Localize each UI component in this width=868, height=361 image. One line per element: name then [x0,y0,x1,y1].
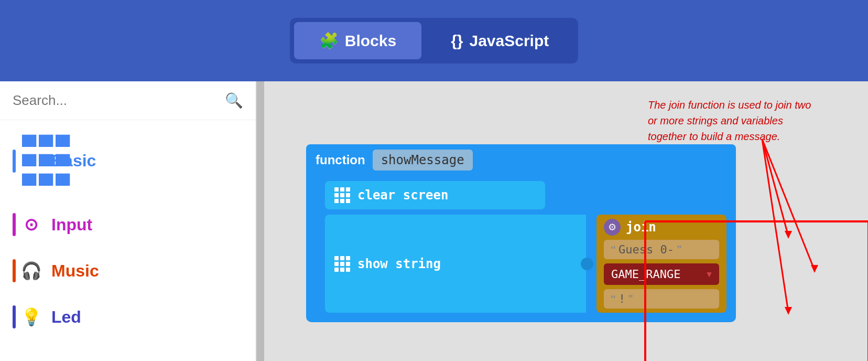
sidebar-item-input-label: Input [51,215,92,235]
dropdown-arrow-icon: ▼ [707,269,712,279]
game-range-value: GAME_RANGE [611,268,680,281]
join-label: join [626,220,656,235]
input-accent-bar [13,213,16,236]
join-string1-value: Guess 0- [619,243,674,256]
blocks-tab-label: Blocks [345,32,396,50]
svg-line-0 [762,139,788,236]
join-string1-chip[interactable]: ❝ Guess 0- ❞ [604,240,719,259]
music-accent-bar [13,259,16,282]
braces-icon: {} [451,32,463,50]
blocks-tab[interactable]: 🧩 Blocks [294,22,421,59]
svg-marker-3 [785,231,792,239]
javascript-tab-label: JavaScript [469,32,549,50]
game-range-dropdown[interactable]: GAME_RANGE ▼ [604,263,719,285]
svg-marker-4 [811,265,818,273]
search-icon[interactable]: 🔍 [225,92,243,109]
sidebar-item-basic[interactable]: ⯀⯀⯀⯀⯀⯀⯀⯀⯀ Basic [0,120,256,201]
function-body: clear screen show string [306,176,736,322]
open-quote-1: ❝ [610,243,616,256]
close-quote-2: ❞ [627,293,634,305]
puzzle-icon: 🧩 [319,31,339,50]
sidebar-items: ⯀⯀⯀⯀⯀⯀⯀⯀⯀ Basic ⊙ Input 🎧 Music 💡 Led [0,120,256,340]
sidebar-item-music[interactable]: 🎧 Music [0,248,256,294]
clear-screen-block[interactable]: clear screen [325,181,545,209]
show-string-grid-icon [334,256,350,272]
sidebar-item-led[interactable]: 💡 Led [0,294,256,340]
show-string-row: show string ⚙ join ❝ Guess 0- [325,215,726,313]
svg-line-2 [762,139,788,312]
headphone-icon: 🎧 [21,261,41,281]
sidebar-item-basic-label: Basic [51,151,96,171]
led-accent-bar [13,305,16,328]
sidebar-item-input[interactable]: ⊙ Input [0,201,256,248]
function-block-header: function showMessage [306,144,736,176]
join-header: ⚙ join [604,219,719,236]
toggle-icon: 💡 [21,307,41,327]
show-string-block[interactable]: show string [325,215,586,313]
tab-group: 🧩 Blocks {} JavaScript [290,18,579,63]
show-string-text: show string [357,257,441,271]
function-name-chip: showMessage [373,150,473,171]
gear-icon: ⚙ [604,219,621,236]
close-quote-1: ❞ [676,243,682,256]
grid-icon: ⯀⯀⯀⯀⯀⯀⯀⯀⯀ [21,132,41,190]
annotation-text: The join function is used to join two or… [648,97,816,144]
search-input[interactable] [13,92,225,109]
header: 🧩 Blocks {} JavaScript [0,0,868,81]
sidebar-item-music-label: Music [51,261,99,281]
sidebar-scrollbar[interactable] [257,81,264,361]
basic-accent-bar [13,150,16,173]
main-layout: 🔍 ⯀⯀⯀⯀⯀⯀⯀⯀⯀ Basic ⊙ Input 🎧 Music 💡 [0,81,868,361]
javascript-tab[interactable]: {} JavaScript [426,22,574,59]
clear-screen-text: clear screen [357,188,448,203]
search-row: 🔍 [0,81,256,120]
join-string2-value: ! [619,292,625,305]
radio-icon: ⊙ [21,215,41,235]
open-quote-2: ❝ [610,293,616,305]
join-block: ⚙ join ❝ Guess 0- ❞ GAME_RANGE ▼ [596,215,726,313]
blocks-area: function showMessage clear screen [306,144,736,322]
svg-marker-5 [785,307,792,315]
sidebar-item-led-label: Led [51,307,81,327]
svg-line-1 [762,139,815,270]
function-keyword: function [316,153,365,167]
canvas: The join function is used to join two or… [264,81,868,361]
clear-screen-grid-icon [334,187,350,203]
sidebar: 🔍 ⯀⯀⯀⯀⯀⯀⯀⯀⯀ Basic ⊙ Input 🎧 Music 💡 [0,81,257,361]
join-string2-chip[interactable]: ❝ ! ❞ [604,289,719,309]
